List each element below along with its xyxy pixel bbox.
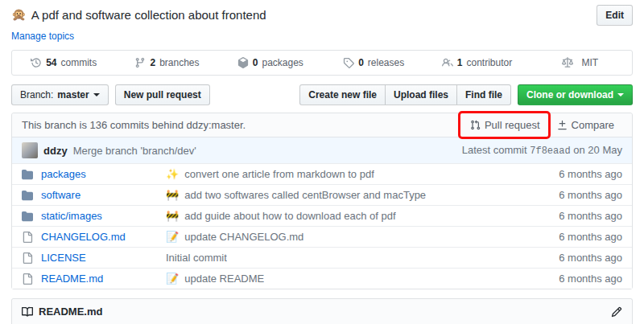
commit-author-link[interactable]: ddzy <box>43 145 68 157</box>
commit-sha-link[interactable]: 7f8eaad <box>530 146 570 157</box>
latest-commit-summary: ddzy Merge branch 'branch/dev' <box>22 142 196 158</box>
stat-releases[interactable]: 0 releases <box>322 51 425 75</box>
new-pull-request-button[interactable]: New pull request <box>115 84 210 105</box>
file-age: 6 months ago <box>526 168 622 180</box>
file-age: 6 months ago <box>526 231 622 243</box>
file-commit-message-link[interactable]: update README <box>184 273 264 285</box>
file-row: software 🚧 add two softwares called cent… <box>12 184 632 205</box>
repo-header: 🙊 A pdf and software collection about fr… <box>11 5 633 26</box>
create-new-file-button[interactable]: Create new file <box>299 84 386 105</box>
monkey-emoji-icon: 🙊 <box>11 7 27 22</box>
construction-emoji-icon: 🚧 <box>166 189 179 201</box>
compare-label: Compare <box>572 119 614 131</box>
file-age: 6 months ago <box>526 189 622 201</box>
stat-label: packages <box>262 57 303 68</box>
repo-stats-bar: 54 commits 2 branches 0 packages 0 relea… <box>11 50 633 76</box>
manage-topics-link[interactable]: Manage topics <box>11 31 74 42</box>
pull-request-link[interactable]: Pull request <box>462 119 548 131</box>
diff-icon <box>557 120 568 130</box>
stat-count: 54 <box>46 57 56 68</box>
file-age: 6 months ago <box>526 273 622 285</box>
pull-request-label: Pull request <box>485 119 540 131</box>
toolbar-right: Create new file Upload files Find file C… <box>299 84 633 105</box>
memo-emoji-icon: 📝 <box>166 273 179 285</box>
branch-infobar-links: Pull request Compare <box>462 119 622 131</box>
stat-packages[interactable]: 0 packages <box>219 51 322 75</box>
upload-files-button[interactable]: Upload files <box>385 84 457 105</box>
stat-label: contributor <box>466 57 512 68</box>
file-name-link[interactable]: README.md <box>41 273 103 285</box>
file-icon <box>22 232 41 243</box>
readme-box: README.md <box>11 298 633 324</box>
file-commit-message-link[interactable]: update CHANGELOG.md <box>184 231 303 243</box>
file-row: packages ✨ convert one article from mark… <box>12 163 632 184</box>
caret-down-icon <box>93 93 100 100</box>
package-icon <box>237 57 249 68</box>
commit-author-avatar[interactable] <box>22 142 38 158</box>
sparkles-emoji-icon: ✨ <box>166 168 179 180</box>
file-row: LICENSE Initial commit 6 months ago <box>12 247 632 268</box>
stat-license[interactable]: MIT <box>529 51 632 75</box>
stat-count: 2 <box>150 57 155 68</box>
clone-or-download-button[interactable]: Clone or download <box>518 84 633 105</box>
repo-page: 🙊 A pdf and software collection about fr… <box>0 0 644 324</box>
commit-message-link[interactable]: Merge branch 'branch/dev' <box>73 145 196 157</box>
repo-description-text: A pdf and software collection about fron… <box>31 8 266 22</box>
branch-name: master <box>57 88 89 102</box>
file-name-link[interactable]: static/images <box>41 210 102 222</box>
git-pull-request-icon <box>470 120 481 130</box>
history-icon <box>31 57 42 68</box>
branch-infobar: This branch is 136 commits behind ddzy:m… <box>12 113 632 137</box>
folder-icon <box>22 169 41 180</box>
find-file-button[interactable]: Find file <box>456 84 511 105</box>
book-icon <box>22 306 33 318</box>
caret-down-icon <box>617 93 624 100</box>
construction-emoji-icon: 🚧 <box>166 210 179 222</box>
readme-header: README.md <box>12 299 632 324</box>
branch-behind-text: This branch is 136 commits behind ddzy:m… <box>22 119 246 131</box>
file-age: 6 months ago <box>526 252 622 264</box>
file-icon <box>22 273 41 285</box>
stat-label: MIT <box>581 57 598 68</box>
commit-date: on 20 May <box>573 144 622 156</box>
people-icon <box>442 57 453 68</box>
stat-branches[interactable]: 2 branches <box>115 51 218 75</box>
file-row: CHANGELOG.md 📝 update CHANGELOG.md 6 mon… <box>12 226 632 247</box>
latest-commit-meta: Latest commit 7f8eaad on 20 May <box>462 144 622 157</box>
file-name-link[interactable]: packages <box>41 168 86 180</box>
file-row: README.md 📝 update README 6 months ago <box>12 268 632 289</box>
stat-contributors[interactable]: 1 contributor <box>425 51 528 75</box>
branch-select-button[interactable]: Branch: master <box>11 84 109 105</box>
file-commit-message-link[interactable]: add guide about how to download each of … <box>184 210 395 222</box>
readme-title: README.md <box>39 306 102 318</box>
branch-label: Branch: <box>20 88 53 102</box>
stat-count: 1 <box>457 57 463 68</box>
clone-or-download-label: Clone or download <box>526 88 613 102</box>
stat-commits[interactable]: 54 commits <box>12 51 115 75</box>
edit-button[interactable]: Edit <box>597 5 633 26</box>
file-commit-message-link[interactable]: convert one article from markdown to pdf <box>184 168 374 180</box>
file-name-link[interactable]: CHANGELOG.md <box>41 231 126 243</box>
file-name-link[interactable]: software <box>41 189 80 201</box>
file-commit-message-link[interactable]: add two softwares called centBrowser and… <box>184 189 426 201</box>
file-icon <box>22 252 41 264</box>
repo-description: 🙊 A pdf and software collection about fr… <box>11 5 266 22</box>
pencil-icon[interactable] <box>611 306 622 318</box>
folder-icon <box>22 190 41 201</box>
tag-icon <box>343 57 354 68</box>
law-icon <box>562 57 573 68</box>
toolbar-left: Branch: master New pull request <box>11 84 210 105</box>
file-browser-box: This branch is 136 commits behind ddzy:m… <box>11 113 633 289</box>
file-actions-group: Create new file Upload files Find file <box>299 84 511 105</box>
file-name-link[interactable]: LICENSE <box>41 252 86 264</box>
stat-count: 0 <box>358 57 364 68</box>
repo-toolbar: Branch: master New pull request Create n… <box>11 84 633 105</box>
stat-label: commits <box>61 57 97 68</box>
compare-link[interactable]: Compare <box>548 119 622 131</box>
git-branch-icon <box>134 57 146 68</box>
memo-emoji-icon: 📝 <box>166 231 179 243</box>
file-age: 6 months ago <box>526 210 622 222</box>
folder-icon <box>22 211 41 222</box>
file-commit-message: Initial commit <box>166 252 227 264</box>
stat-label: releases <box>368 57 404 68</box>
